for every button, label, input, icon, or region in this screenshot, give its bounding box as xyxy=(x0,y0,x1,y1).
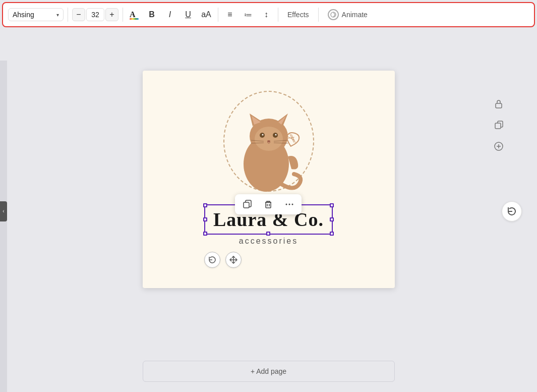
underline-button[interactable]: U xyxy=(181,7,196,22)
divider-3 xyxy=(218,8,218,22)
svg-rect-29 xyxy=(266,202,271,208)
duplicate-button[interactable] xyxy=(491,117,507,133)
resize-handle-br[interactable] xyxy=(330,232,334,236)
text-color-button[interactable]: A xyxy=(127,8,141,22)
svg-rect-1 xyxy=(130,18,139,20)
chevron-down-icon: ▾ xyxy=(56,12,59,18)
rotate-icon xyxy=(208,256,216,264)
chevron-left-icon: ‹ xyxy=(3,208,4,214)
add-element-button[interactable] xyxy=(491,138,507,154)
lock-icon xyxy=(494,99,504,109)
effects-label: Effects xyxy=(287,11,309,19)
font-size-increase-button[interactable]: + xyxy=(105,8,118,21)
duplicate-icon xyxy=(494,120,504,130)
svg-point-17 xyxy=(262,134,263,136)
svg-point-19 xyxy=(267,140,270,142)
delete-button[interactable] xyxy=(261,197,275,211)
refresh-icon xyxy=(507,206,517,216)
divider-1 xyxy=(68,8,68,22)
svg-point-33 xyxy=(289,204,290,205)
sub-text: accessories xyxy=(204,237,333,246)
rotate-button[interactable] xyxy=(204,252,220,268)
resize-handle-mr[interactable] xyxy=(330,217,334,221)
font-name: Ahsing xyxy=(13,11,34,19)
more-options-button[interactable] xyxy=(282,197,296,211)
resize-handle-tl[interactable] xyxy=(203,203,207,207)
left-sidebar-edge xyxy=(0,61,7,392)
font-selector[interactable]: Ahsing ▾ xyxy=(8,8,64,21)
resize-handle-bl[interactable] xyxy=(203,232,207,236)
canvas-area: ‹ xyxy=(0,30,537,392)
text-color-icon: A xyxy=(129,9,140,20)
animate-icon xyxy=(328,9,339,20)
svg-point-18 xyxy=(275,134,276,136)
animate-label: Animate xyxy=(342,11,368,19)
italic-button[interactable]: I xyxy=(162,7,177,22)
cat-illustration xyxy=(213,86,324,197)
svg-point-34 xyxy=(292,204,293,205)
spacing-button[interactable]: ↕ xyxy=(259,7,274,22)
lock-button[interactable] xyxy=(491,96,507,112)
case-button[interactable]: aA xyxy=(199,7,214,22)
resize-handle-tr[interactable] xyxy=(330,203,334,207)
align-button[interactable]: ≡ xyxy=(222,7,237,22)
cat-svg xyxy=(213,86,324,197)
resize-handle-ml[interactable] xyxy=(203,217,207,221)
svg-rect-3 xyxy=(496,103,502,108)
font-size-control: − + xyxy=(72,8,118,21)
effects-button[interactable]: Effects xyxy=(282,9,314,21)
plus-icon xyxy=(494,141,504,151)
svg-rect-28 xyxy=(244,202,249,208)
font-size-input[interactable] xyxy=(86,8,104,21)
move-button[interactable] xyxy=(225,252,242,268)
svg-point-14 xyxy=(255,127,283,151)
copy-button[interactable] xyxy=(240,197,254,211)
text-element-wrapper: Laura & Co. accessories xyxy=(204,204,333,268)
refresh-button[interactable] xyxy=(502,201,522,221)
resize-handle-bm[interactable] xyxy=(266,232,270,236)
svg-rect-4 xyxy=(495,123,501,129)
move-icon xyxy=(229,256,237,264)
divider-4 xyxy=(278,8,278,22)
canvas-card: Laura & Co. accessories xyxy=(143,71,395,288)
toolbar: Ahsing ▾ − + A B I U aA xyxy=(2,2,535,27)
svg-text:A: A xyxy=(130,10,136,19)
canvas-inner: Laura & Co. accessories xyxy=(143,71,395,278)
right-icon-panel xyxy=(491,96,507,154)
list-button[interactable]: ≔ xyxy=(241,7,256,22)
sidebar-toggle[interactable]: ‹ xyxy=(0,201,7,221)
add-page-bar[interactable]: + Add page xyxy=(143,361,395,382)
divider-5 xyxy=(318,8,319,22)
svg-point-32 xyxy=(286,204,287,205)
bottom-actions xyxy=(204,252,333,268)
context-menu xyxy=(235,194,302,214)
bold-button[interactable]: B xyxy=(144,7,159,22)
divider-2 xyxy=(123,8,123,22)
font-size-decrease-button[interactable]: − xyxy=(72,8,85,21)
animate-button[interactable]: Animate xyxy=(323,7,373,22)
